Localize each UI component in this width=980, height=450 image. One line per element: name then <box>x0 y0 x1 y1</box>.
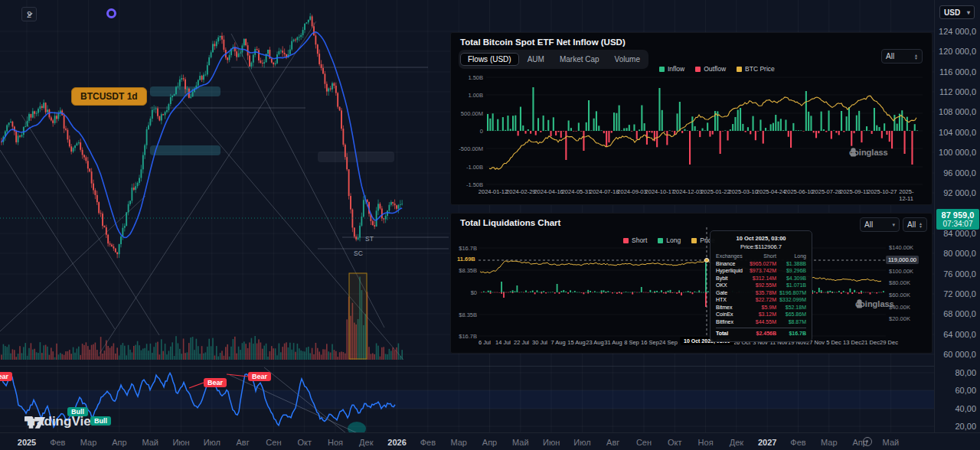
currency-dropdown[interactable]: USD ▾ <box>939 5 975 19</box>
etf-panel: Total Bitcoin Spot ETF Net Inflow (USD) … <box>450 32 933 205</box>
price-axis[interactable]: USD ▾ 87 959,0 07:34:07 124 000,0120 000… <box>934 0 980 432</box>
tooltip-long-value: $4.309B <box>777 275 806 282</box>
time-axis-label[interactable]: 2025 <box>18 438 36 447</box>
tooltip-row: Bybit$312.14M$4.309B <box>716 275 806 282</box>
time-axis-label[interactable]: Май <box>883 438 900 447</box>
coinglass-watermark: coinglass <box>849 148 888 157</box>
bear-label: Bear <box>204 378 227 387</box>
time-axis-label[interactable]: Ноя <box>698 438 714 447</box>
tooltip-row: CoinEx$3.12M$65.86M <box>716 311 806 318</box>
time-axis-label[interactable]: Фев <box>790 438 805 447</box>
time-axis-label[interactable]: Мар <box>450 438 467 447</box>
time-axis-label[interactable]: Дек <box>359 438 373 447</box>
tooltip-short-value: $5.9M <box>747 304 776 311</box>
legend-label: BTC Price <box>745 65 775 73</box>
tooltip-exchange: CoinEx <box>716 311 746 318</box>
layout-count-button[interactable]: 2 <box>21 7 37 21</box>
time-axis-label[interactable]: Окт <box>297 438 312 447</box>
etf-x-label: 2025-03-10 <box>729 188 758 195</box>
liq-left-crosshair-value: 11.69B <box>457 256 475 262</box>
tooltip-exchange: Hyperliquid <box>716 267 746 275</box>
time-axis-label[interactable]: Апр <box>852 438 867 447</box>
indicator-pane[interactable] <box>0 366 934 432</box>
price-axis-label: 96 000,0 <box>943 168 976 178</box>
tooltip-long-value: $9.296B <box>777 267 806 275</box>
liq-y-left-label: $16.7B <box>454 245 477 252</box>
time-axis-label[interactable]: Ноя <box>328 438 343 447</box>
last-price-badge: 87 959,0 07:34:07 <box>936 209 979 230</box>
time-axis-label[interactable]: Сен <box>636 438 652 447</box>
liq-legend: ShortLongPrice <box>623 236 715 244</box>
time-axis-label[interactable]: Фев <box>420 438 436 447</box>
liq-y-right-label: $20.00K <box>889 315 910 322</box>
time-axis-label[interactable]: Июн <box>172 438 189 447</box>
time-axis-label[interactable]: Фев <box>50 438 65 447</box>
time-axis-label[interactable]: Авг <box>236 438 249 447</box>
time-axis-label[interactable]: Мар <box>821 438 838 447</box>
price-axis-label: 76 000,0 <box>943 269 976 279</box>
tooltip-long-value: $196.807M <box>777 289 806 297</box>
etf-x-label: 2024-12-03 <box>673 188 702 195</box>
liq-x-label: 23 Aug <box>586 339 603 346</box>
price-axis-label: 64 000,0 <box>943 330 976 339</box>
bar-countdown: 07:34:07 <box>936 220 979 228</box>
liq-y-right-label: $140.00K <box>889 244 913 251</box>
time-axis-label[interactable]: 2027 <box>758 438 776 447</box>
tooltip-short-value: $92.55M <box>747 282 776 289</box>
tooltip-datetime: 10 Oct 2025, 03:00 <box>716 235 806 242</box>
liq-y-left-label: $16.7B <box>454 333 477 340</box>
etf-x-label: 2025-06-10 <box>784 188 813 195</box>
price-axis-label: 116 000,0 <box>939 67 976 77</box>
tooltip-row: Bitfinex$44.55M$8.87M <box>716 318 806 326</box>
svg-text:SC: SC <box>354 249 363 257</box>
liq-x-label: 16 Sep <box>641 339 659 346</box>
currency-value: USD <box>944 8 960 17</box>
coinglass-logo-icon <box>849 148 858 157</box>
replay-status-icon[interactable] <box>106 8 116 18</box>
etf-chart[interactable] <box>451 33 932 204</box>
time-axis-label[interactable]: Окт <box>668 438 682 447</box>
time-axis-label[interactable]: Май <box>512 438 529 447</box>
tooltip-short-value: $2.456B <box>747 330 776 338</box>
price-axis-label: 20,00 <box>955 422 976 431</box>
price-axis-label: 100 000,0 <box>939 148 976 157</box>
time-axis-label[interactable]: Июн <box>543 438 560 447</box>
liquidations-chart[interactable] <box>451 214 932 353</box>
price-axis-label: 60,00 <box>955 386 976 395</box>
etf-x-label: 2024-10-17 <box>645 188 675 195</box>
liq-x-label: 31 Aug <box>604 339 622 346</box>
tooltip-short-value: $312.14M <box>747 275 776 282</box>
etf-y-label: -1.50B <box>452 181 483 188</box>
symbol-badge[interactable]: BTCUSDT 1d <box>71 87 147 106</box>
liq-x-label: 29 Dec <box>880 339 898 346</box>
tooltip-row: Hyperliquid$973.742M$9.296B <box>716 267 806 275</box>
time-axis-label[interactable]: Мар <box>80 438 97 447</box>
bear-label: Bear <box>248 372 271 381</box>
price-axis-label: 40,00 <box>955 404 976 413</box>
time-axis-label[interactable]: 2026 <box>387 438 406 447</box>
time-axis-label[interactable]: Авг <box>606 438 619 447</box>
time-axis-label[interactable]: Сен <box>266 438 281 447</box>
time-axis-label[interactable]: Июл <box>204 438 220 447</box>
tooltip-exchange: Bitmex <box>716 304 746 311</box>
etf-y-label: -1.00B <box>452 164 483 171</box>
bull-label: Bull <box>67 407 88 416</box>
etf-x-label: 2025-12-11 <box>899 188 921 202</box>
tooltip-short-value: $22.72M <box>747 296 776 304</box>
etf-x-label: 2024-09-03 <box>617 188 646 195</box>
time-axis-label[interactable]: Июл <box>573 438 590 447</box>
tooltip-exchange: Total <box>716 330 746 338</box>
liq-y-left-label: $0 <box>454 289 477 296</box>
tradingview-logo[interactable]: TradingView <box>24 414 101 429</box>
time-axis-label[interactable]: Апр <box>112 438 126 447</box>
etf-x-label: 2024-01-12 <box>479 188 508 195</box>
time-axis-label[interactable]: Дек <box>730 438 743 447</box>
etf-x-label: 2024-05-31 <box>562 188 591 195</box>
time-axis-label[interactable]: Апр <box>482 438 497 447</box>
etf-x-label: 2025-01-22 <box>701 188 730 195</box>
tooltip-short-value: $3.12M <box>747 311 776 318</box>
time-axis-label[interactable]: Май <box>142 438 158 447</box>
time-axis[interactable]: 2025ФевМарАпрМайИюнИюлАвгСенОктНояДек202… <box>0 432 980 450</box>
etf-x-label: 2025-09-11 <box>840 188 869 195</box>
etf-y-label: 1.50B <box>452 74 483 81</box>
